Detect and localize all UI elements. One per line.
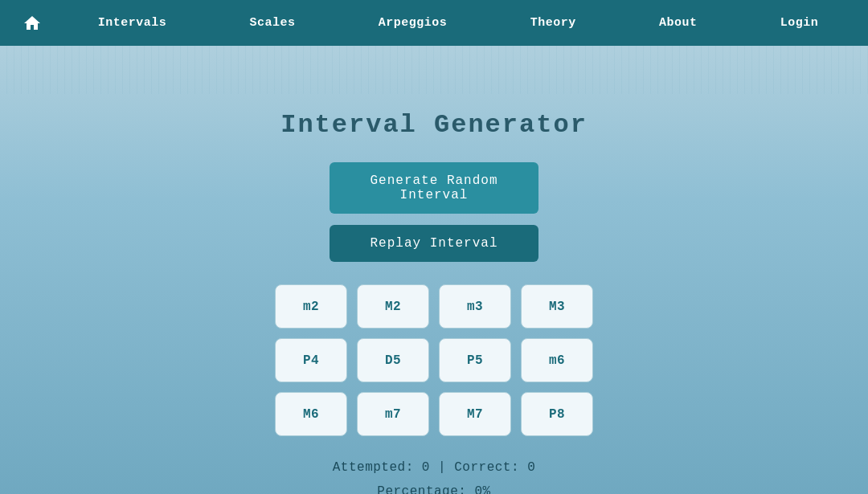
nav-theory[interactable]: Theory <box>530 16 576 30</box>
generate-interval-button[interactable]: Generate Random Interval <box>330 162 538 214</box>
interval-btn-m6[interactable]: m6 <box>521 338 593 382</box>
interval-btn-m3[interactable]: m3 <box>439 284 511 329</box>
nav-intervals[interactable]: Intervals <box>98 16 167 30</box>
nav-login[interactable]: Login <box>780 16 819 30</box>
percentage-text: Percentage: 0% <box>377 484 490 494</box>
home-button[interactable] <box>8 14 56 33</box>
interval-btn-m7[interactable]: M7 <box>439 392 511 436</box>
interval-btn-p8[interactable]: P8 <box>521 392 593 436</box>
nav-links: Intervals Scales Arpeggios Theory About … <box>56 16 860 30</box>
interval-btn-d5[interactable]: D5 <box>357 338 429 382</box>
interval-grid: m2M2m3M3P4D5P5m6M6m7M7P8 <box>275 284 593 436</box>
main-content: Interval Generator Generate Random Inter… <box>0 94 868 494</box>
interval-btn-p5[interactable]: P5 <box>439 338 511 382</box>
interval-btn-m3[interactable]: M3 <box>521 284 593 329</box>
replay-interval-button[interactable]: Replay Interval <box>330 225 538 262</box>
nav-scales[interactable]: Scales <box>249 16 295 30</box>
stats-text: Attempted: 0 | Correct: 0 <box>333 460 536 475</box>
hero-banner <box>0 46 868 94</box>
navigation: Intervals Scales Arpeggios Theory About … <box>0 0 868 46</box>
interval-btn-m2[interactable]: M2 <box>357 284 429 329</box>
interval-btn-m6[interactable]: M6 <box>275 392 347 436</box>
interval-btn-m2[interactable]: m2 <box>275 284 347 329</box>
page-title: Interval Generator <box>280 110 588 140</box>
nav-about[interactable]: About <box>659 16 698 30</box>
interval-btn-p4[interactable]: P4 <box>275 338 347 382</box>
home-icon <box>23 14 42 33</box>
interval-btn-m7[interactable]: m7 <box>357 392 429 436</box>
nav-arpeggios[interactable]: Arpeggios <box>379 16 448 30</box>
